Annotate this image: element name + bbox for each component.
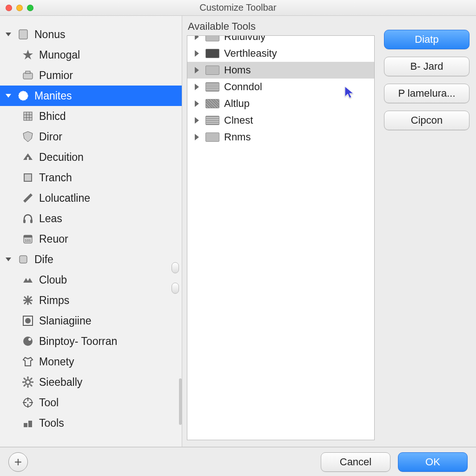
svg-point-19 <box>25 318 31 324</box>
svg-line-27 <box>24 378 26 380</box>
sidebar-item-label: Monety <box>39 356 74 368</box>
svg-rect-33 <box>28 421 32 427</box>
sidebar-item[interactable]: Cloub <box>0 270 182 290</box>
star-icon <box>21 48 34 61</box>
action-button-2[interactable]: B- Jard <box>384 57 469 76</box>
footer: + Cancel OK <box>0 447 476 476</box>
sidebar-item[interactable]: Manites <box>0 86 182 106</box>
cancel-button[interactable]: Cancel <box>321 452 390 472</box>
sidebar-item-label: Binptoy- Toorran <box>39 335 117 348</box>
window-title: Customize Toolbar <box>6 2 470 13</box>
sidebar-item[interactable]: 101Reuor <box>0 229 182 249</box>
svg-rect-7 <box>25 174 31 181</box>
tool-thumbnail-icon <box>205 82 219 92</box>
primary-action-button[interactable]: Diatp <box>384 30 469 49</box>
tool-thumbnail-icon <box>205 35 219 41</box>
svg-line-29 <box>30 378 32 380</box>
tool-thumbnail-icon <box>205 116 219 125</box>
sidebar-item[interactable]: Slaniagiine <box>0 311 182 331</box>
available-tools-list[interactable]: RuluivulyVerthleasityHomsConndolAltlupCl… <box>187 35 375 440</box>
tool-thumbnail-icon <box>205 49 219 58</box>
available-tool-item[interactable]: Verthleasity <box>187 45 374 62</box>
svg-rect-1 <box>23 73 33 79</box>
sidebar-item[interactable]: Tools <box>0 413 182 433</box>
scroll-stub-icon <box>172 283 179 294</box>
sidebar-item[interactable]: Rimps <box>0 290 182 311</box>
available-tool-label: Ruluivuly <box>224 35 265 43</box>
sidebar-item[interactable]: Binptoy- Toorran <box>0 331 182 351</box>
panel-icon <box>21 171 34 184</box>
disclosure-icon[interactable] <box>6 33 11 36</box>
sidebar-item[interactable]: Dife <box>0 249 182 270</box>
action-button-3[interactable]: P lamelura... <box>384 84 469 103</box>
sidebar-item-label: Munogal <box>39 49 80 61</box>
svg-text:101: 101 <box>25 238 31 243</box>
sidebar-item-label: Dife <box>34 253 53 266</box>
svg-point-21 <box>28 338 31 341</box>
sidebar-item[interactable]: Lolucatline <box>0 188 182 208</box>
sidebar-item-label: Lolucatline <box>39 192 90 205</box>
svg-point-22 <box>26 380 30 384</box>
sidebar-item[interactable]: Bhicd <box>0 106 182 126</box>
sidebar-item-label: Manites <box>34 90 72 102</box>
disc-icon <box>21 335 34 348</box>
sidebar-item-label: Rimps <box>39 294 69 307</box>
svg-rect-0 <box>19 30 27 39</box>
svg-point-3 <box>19 91 28 100</box>
ok-button[interactable]: OK <box>398 452 468 472</box>
titlebar: Customize Toolbar <box>0 0 476 16</box>
sidebar-item[interactable]: Leas <box>0 208 182 229</box>
sidebar-item[interactable]: Diror <box>0 126 182 147</box>
document-icon <box>17 28 30 41</box>
sidebar-item[interactable]: Munogal <box>0 45 182 65</box>
sidebar-item-label: Bhicd <box>39 110 66 123</box>
disclosure-icon[interactable] <box>6 258 11 261</box>
available-tool-item[interactable]: Conndol <box>187 79 374 95</box>
available-tool-label: Homs <box>224 64 251 76</box>
maximize-icon[interactable] <box>27 5 33 11</box>
sidebar-item-label: Reuor <box>39 233 68 245</box>
available-tool-label: Rnms <box>224 131 251 143</box>
available-tool-item[interactable]: Ruluivuly <box>187 35 374 45</box>
disclosure-icon[interactable] <box>6 94 11 98</box>
sidebar-item[interactable]: Nonus <box>0 24 182 45</box>
sidebar-item-label: Tranch <box>39 172 72 184</box>
scrollbar[interactable] <box>179 378 182 425</box>
roof-icon <box>21 151 34 164</box>
svg-rect-2 <box>26 71 30 73</box>
grid-icon <box>21 110 34 123</box>
svg-rect-9 <box>30 219 33 223</box>
available-tool-item[interactable]: Altlup <box>187 95 374 112</box>
sidebar-item[interactable]: Monety <box>0 351 182 372</box>
headphones-icon <box>21 212 34 225</box>
svg-rect-5 <box>27 157 29 160</box>
svg-point-20 <box>23 337 33 346</box>
svg-line-30 <box>24 384 26 386</box>
gear-icon <box>21 376 34 389</box>
sidebar-item-label: Cloub <box>39 274 67 286</box>
sidebar-item[interactable]: Decuition <box>0 147 182 167</box>
svg-rect-13 <box>20 256 27 263</box>
asterisk-icon <box>21 294 34 307</box>
svg-rect-8 <box>23 219 26 223</box>
minimize-icon[interactable] <box>16 5 23 11</box>
action-button-4[interactable]: Cipcon <box>384 111 469 130</box>
sidebar-item-label: Decuition <box>39 151 84 164</box>
target-icon <box>21 396 34 409</box>
available-tool-item[interactable]: Homs <box>187 62 374 79</box>
available-tool-item[interactable]: Clnest <box>187 112 374 129</box>
sidebar-item[interactable]: Tool <box>0 392 182 413</box>
sidebar-item[interactable]: Tranch <box>0 167 182 188</box>
svg-rect-11 <box>24 235 32 238</box>
sidebar-item[interactable]: Sieebally <box>0 372 182 392</box>
sidebar-item-label: Tool <box>39 397 59 409</box>
sidebar-item[interactable]: Pumior <box>0 65 182 86</box>
close-icon[interactable] <box>6 5 12 11</box>
disclosure-right-icon <box>195 35 199 40</box>
add-button[interactable]: + <box>8 452 28 472</box>
scroll-stub-icon <box>172 262 179 273</box>
available-tool-item[interactable]: Rnms <box>187 129 374 145</box>
tool-thumbnail-icon <box>205 132 219 142</box>
shirt-icon <box>21 355 34 368</box>
sidebar-item-label: Pumior <box>39 69 73 82</box>
